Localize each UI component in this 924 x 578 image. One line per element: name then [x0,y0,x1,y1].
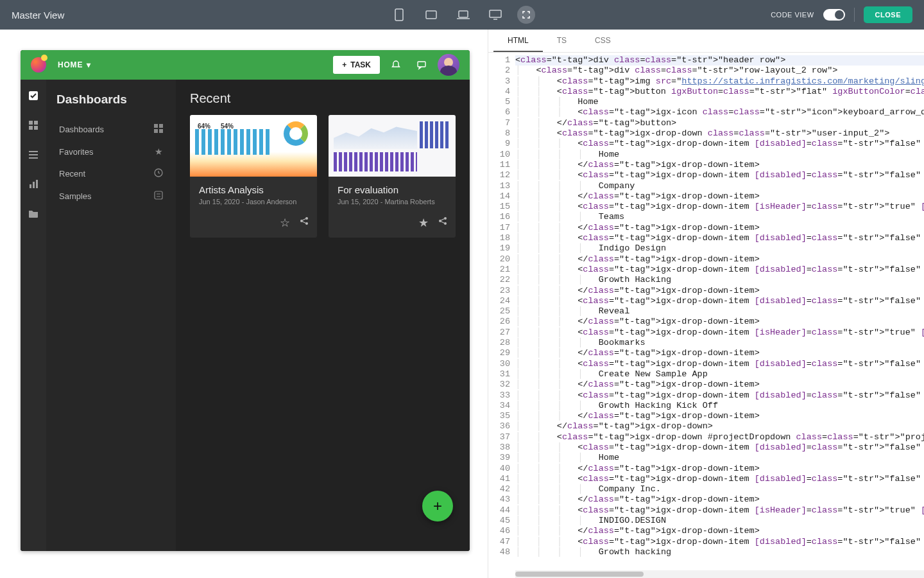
nav-item-samples[interactable]: Samples [56,185,166,207]
code-content: <class="t-tag">div class=class="t-str">"… [515,53,924,578]
svg-point-28 [305,222,308,225]
card-subtitle: Jun 15, 2020 - Martina Roberts [338,198,447,206]
svg-line-29 [303,219,306,221]
nav-item-dashboards[interactable]: Dashboards [56,118,166,141]
line-gutter: 1234567891011121314151617181920212223242… [488,53,515,578]
page-title: Master View [12,10,64,21]
content-area: Recent 64% 54% Artists Analysis Jun 15, … [176,80,470,551]
svg-rect-1 [426,11,436,19]
code-editor[interactable]: 1234567891011121314151617181920212223242… [488,53,924,578]
nav-item-label: Samples [59,191,92,201]
card-thumbnail: 64% 54% [190,115,317,177]
code-view-label: CODE VIEW [771,11,814,19]
nav-item-label: Recent [59,169,85,179]
divider [854,8,855,22]
favorite-icon[interactable]: ☆ [280,216,290,230]
svg-rect-15 [30,184,31,188]
favorite-icon[interactable]: ★ [418,216,429,230]
donut-chart-icon [284,121,308,146]
svg-rect-14 [29,157,38,159]
app-header: HOME ▾ + TASK [21,50,470,80]
phone-icon[interactable] [389,4,409,25]
rail-dashboard-icon[interactable] [26,118,40,132]
rail-check-icon[interactable] [26,89,40,103]
horizontal-scrollbar[interactable] [515,570,924,578]
expand-icon[interactable] [517,6,535,24]
svg-rect-4 [490,10,501,17]
dashboard-card[interactable]: For evaluation Jun 15, 2020 - Martina Ro… [329,115,456,238]
home-dropdown[interactable]: HOME ▾ [53,58,96,72]
svg-rect-12 [29,151,38,152]
pct-label: 64% [198,123,210,130]
svg-rect-16 [33,182,35,188]
add-task-button[interactable]: + TASK [333,56,380,74]
notifications-icon[interactable] [386,55,406,74]
avatar[interactable] [438,54,459,76]
grid-icon [154,124,163,135]
tab-html[interactable]: HTML [493,30,543,52]
svg-point-27 [305,217,308,220]
card-thumbnail [329,115,456,177]
nav-item-favorites[interactable]: Favorites ★ [56,141,166,162]
code-pane: HTML TS CSS 1234567891011121314151617181… [488,30,924,578]
list-icon [154,191,163,202]
chevron-down-icon: ▾ [87,60,91,69]
tablet-icon[interactable] [421,4,441,25]
desktop-icon[interactable] [485,4,506,25]
chat-icon[interactable] [412,55,431,74]
svg-rect-19 [159,124,163,128]
code-tabs: HTML TS CSS [488,30,924,53]
svg-rect-6 [418,62,425,67]
card-subtitle: Jun 15, 2020 - Jason Anderson [199,198,308,206]
code-view-toggle[interactable] [823,9,845,21]
rail-list-icon[interactable] [26,148,40,162]
svg-rect-2 [459,11,468,17]
nav-title: Dashboards [56,92,166,107]
dashboard-card[interactable]: 64% 54% Artists Analysis Jun 15, 2020 - … [190,115,317,238]
app-logo [31,57,46,73]
svg-rect-8 [29,121,33,125]
app-preview: HOME ▾ + TASK [21,50,470,551]
preview-pane: HOME ▾ + TASK [0,30,488,578]
close-button[interactable]: CLOSE [864,6,912,23]
svg-rect-13 [29,154,38,155]
svg-rect-20 [154,129,158,133]
nav-item-label: Favorites [59,147,93,157]
star-icon: ★ [155,146,163,157]
svg-rect-9 [34,121,38,125]
svg-rect-10 [29,126,33,130]
svg-rect-18 [154,124,158,128]
card-title: Artists Analysis [199,184,308,195]
device-switcher [389,4,535,25]
nav-item-recent[interactable]: Recent [56,162,166,185]
svg-point-32 [444,217,447,220]
icon-rail [21,80,46,551]
svg-point-33 [444,222,447,225]
pct-label: 54% [221,123,234,130]
svg-rect-11 [34,126,38,130]
svg-rect-21 [159,129,163,133]
clock-icon [154,168,163,179]
tab-css[interactable]: CSS [581,30,625,52]
svg-rect-23 [155,191,162,199]
home-label: HOME [58,60,83,69]
nav-item-label: Dashboards [59,125,104,134]
fab-add-button[interactable]: + [422,491,453,521]
sidebar-nav: Dashboards Dashboards Favorites ★ Recent [46,80,176,551]
laptop-icon[interactable] [453,4,474,25]
svg-line-35 [441,222,445,223]
plus-icon: + [342,60,346,69]
svg-line-34 [441,219,445,221]
tab-ts[interactable]: TS [543,30,581,52]
share-icon[interactable] [299,216,309,230]
task-label: TASK [350,60,371,69]
share-icon[interactable] [438,216,448,230]
rail-chart-icon[interactable] [26,177,40,191]
svg-rect-0 [395,9,403,21]
card-title: For evaluation [338,184,447,195]
svg-rect-17 [36,180,38,188]
rail-folder-icon[interactable] [26,207,40,221]
content-title: Recent [190,91,456,106]
svg-line-30 [303,222,306,223]
